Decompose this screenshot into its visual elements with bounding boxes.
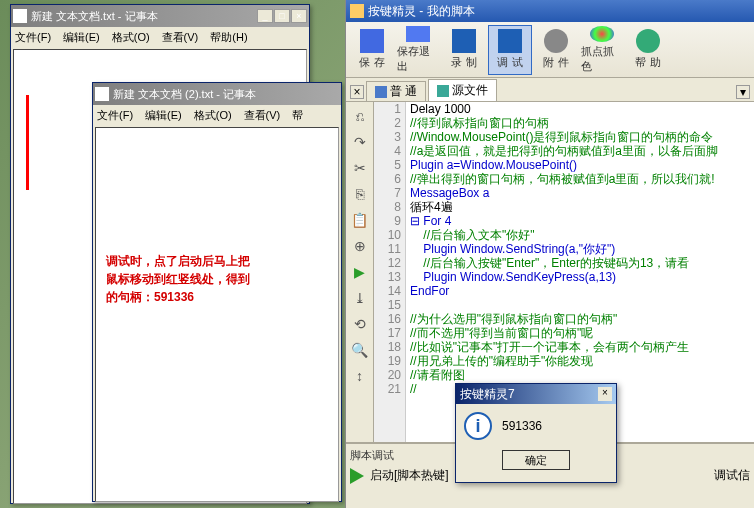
line-number: 13 <box>374 270 401 284</box>
code-line[interactable]: Plugin Window.SendString(a,"你好") <box>410 242 754 256</box>
menu-file[interactable]: 文件(F) <box>97 108 133 123</box>
app-icon <box>13 9 27 23</box>
titlebar[interactable]: 新建 文本文档 (2).txt - 记事本 <box>93 83 341 105</box>
close-icon[interactable]: × <box>598 387 612 401</box>
reset-icon[interactable]: ⟲ <box>350 314 370 334</box>
code-line[interactable]: MessageBox a <box>410 186 754 200</box>
code-line[interactable]: Delay 1000 <box>410 102 754 116</box>
code-line[interactable]: //得到鼠标指向窗口的句柄 <box>410 116 754 130</box>
minimize-button[interactable]: _ <box>257 9 273 23</box>
step-icon[interactable]: ⤓ <box>350 288 370 308</box>
save-icon <box>360 29 384 53</box>
code-line[interactable]: ⊟ For 4 <box>410 214 754 228</box>
code-line[interactable]: //后台输入按键"Enter"，Enter的按键码为13，请看 <box>410 256 754 270</box>
maximize-button[interactable]: □ <box>274 9 290 23</box>
menu-edit[interactable]: 编辑(E) <box>63 30 100 45</box>
line-number: 16 <box>374 312 401 326</box>
pick-color-button[interactable]: 抓点抓色 <box>580 25 624 75</box>
copy-icon[interactable]: ⎘ <box>350 184 370 204</box>
code-line[interactable]: 循环4遍 <box>410 200 754 214</box>
tab-close-icon[interactable]: × <box>350 85 364 99</box>
code-line[interactable]: Plugin Window.SendKeyPress(a,13) <box>410 270 754 284</box>
close-button[interactable]: × <box>291 9 307 23</box>
app-icon <box>350 4 364 18</box>
menu-help[interactable]: 帮助(H) <box>210 30 247 45</box>
menu-file[interactable]: 文件(F) <box>15 30 51 45</box>
sort-icon[interactable]: ↕ <box>350 366 370 386</box>
menu-view[interactable]: 查看(V) <box>162 30 199 45</box>
insert-icon[interactable]: ⊕ <box>350 236 370 256</box>
code-line[interactable]: Plugin a=Window.MousePoint() <box>410 158 754 172</box>
line-number: 7 <box>374 186 401 200</box>
help-button[interactable]: 帮 助 <box>626 25 670 75</box>
tab-normal[interactable]: 普 通 <box>366 81 426 101</box>
line-number: 8 <box>374 200 401 214</box>
line-number: 19 <box>374 354 401 368</box>
titlebar[interactable]: 新建 文本文档.txt - 记事本 _ □ × <box>11 5 309 27</box>
side-toolbar: ⎌ ↷ ✂ ⎘ 📋 ⊕ ▶ ⤓ ⟲ 🔍 ↕ <box>346 102 374 442</box>
line-number: 18 <box>374 340 401 354</box>
tab-dropdown-icon[interactable]: ▾ <box>736 85 750 99</box>
attach-button[interactable]: 附 件 <box>534 25 578 75</box>
cut-icon[interactable]: ✂ <box>350 158 370 178</box>
save-button[interactable]: 保 存 <box>350 25 394 75</box>
save-exit-icon <box>406 26 430 42</box>
line-number: 11 <box>374 242 401 256</box>
msgbox-text: 591336 <box>502 419 542 433</box>
code-line[interactable] <box>410 298 754 312</box>
notepad-window-2: 新建 文本文档 (2).txt - 记事本 文件(F) 编辑(E) 格式(O) … <box>92 82 342 502</box>
start-label[interactable]: 启动[脚本热键] <box>370 467 449 484</box>
code-line[interactable]: //为什么选用"得到鼠标指向窗口的句柄" <box>410 312 754 326</box>
debug-icon <box>498 29 522 53</box>
code-line[interactable]: //Window.MousePoint()是得到鼠标指向窗口的句柄的命令 <box>410 130 754 144</box>
line-number: 4 <box>374 144 401 158</box>
instruction-text: 调试时，点了启动后马上把 鼠标移动到红竖线处，得到 的句柄：591336 <box>100 132 334 306</box>
debug-button[interactable]: 调 试 <box>488 25 532 75</box>
line-number: 6 <box>374 172 401 186</box>
line-number: 12 <box>374 256 401 270</box>
paste-icon[interactable]: 📋 <box>350 210 370 230</box>
ok-button[interactable]: 确定 <box>502 450 570 470</box>
line-number: 2 <box>374 116 401 130</box>
window-title: 新建 文本文档.txt - 记事本 <box>31 9 257 24</box>
redo-icon[interactable]: ↷ <box>350 132 370 152</box>
help-icon <box>636 29 660 53</box>
code-line[interactable]: //请看附图 <box>410 368 754 382</box>
code-line[interactable]: //弹出得到的窗口句柄，句柄被赋值到a里面，所以我们就! <box>410 172 754 186</box>
line-number: 9 <box>374 214 401 228</box>
menu-format[interactable]: 格式(O) <box>112 30 150 45</box>
code-line[interactable]: EndFor <box>410 284 754 298</box>
msgbox-title: 按键精灵7 <box>460 386 515 403</box>
line-number: 17 <box>374 326 401 340</box>
text-area[interactable]: 调试时，点了启动后马上把 鼠标移动到红竖线处，得到 的句柄：591336 <box>95 127 339 502</box>
tab-icon <box>437 85 449 97</box>
code-line[interactable]: //用兄弟上传的"编程助手"你能发现 <box>410 354 754 368</box>
code-line[interactable]: //后台输入文本"你好" <box>410 228 754 242</box>
code-line[interactable]: //a是返回值，就是把得到的句柄赋值到a里面，以备后面脚 <box>410 144 754 158</box>
record-button[interactable]: 录 制 <box>442 25 486 75</box>
menubar: 文件(F) 编辑(E) 格式(O) 查看(V) 帮助(H) <box>11 27 309 47</box>
msgbox-titlebar[interactable]: 按键精灵7 × <box>456 384 616 404</box>
line-number: 20 <box>374 368 401 382</box>
picker-icon <box>590 26 614 42</box>
run-icon[interactable]: ▶ <box>350 262 370 282</box>
line-number: 15 <box>374 298 401 312</box>
red-vertical-line <box>26 95 29 190</box>
code-line[interactable]: //而不选用"得到当前窗口的句柄"呢 <box>410 326 754 340</box>
tab-source[interactable]: 源文件 <box>428 79 497 101</box>
app-title: 按键精灵 - 我的脚本 <box>368 3 475 20</box>
menu-edit[interactable]: 编辑(E) <box>145 108 182 123</box>
titlebar[interactable]: 按键精灵 - 我的脚本 <box>346 0 754 22</box>
menu-view[interactable]: 查看(V) <box>244 108 281 123</box>
record-icon <box>452 29 476 53</box>
message-box: 按键精灵7 × i 591336 确定 <box>455 383 617 483</box>
line-number: 1 <box>374 102 401 116</box>
menu-format[interactable]: 格式(O) <box>194 108 232 123</box>
code-line[interactable]: //比如说"记事本"打开一个记事本，会有两个句柄产生 <box>410 340 754 354</box>
menu-help[interactable]: 帮 <box>292 108 303 123</box>
save-exit-button[interactable]: 保存退出 <box>396 25 440 75</box>
undo-icon[interactable]: ⎌ <box>350 106 370 126</box>
play-icon[interactable] <box>350 468 364 484</box>
toolbar: 保 存 保存退出 录 制 调 试 附 件 抓点抓色 帮 助 <box>346 22 754 78</box>
find-icon[interactable]: 🔍 <box>350 340 370 360</box>
